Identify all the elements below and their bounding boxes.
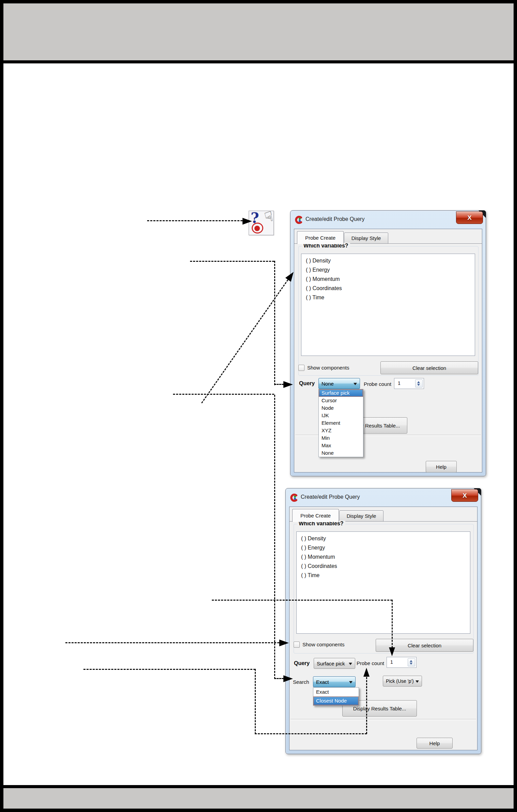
ripple-dot-icon: [254, 226, 260, 231]
app-icon: [290, 494, 298, 502]
probe-count-label: Probe count: [364, 381, 391, 387]
list-item[interactable]: ( ) Coordinates: [301, 284, 475, 293]
dropdown-option[interactable]: None: [319, 449, 363, 457]
dialog-content: Probe Create Display Style Which variabl…: [294, 229, 482, 472]
connector-line: [65, 642, 279, 643]
spinner-control[interactable]: [415, 379, 423, 388]
probe-count-value: 1: [398, 380, 401, 386]
dropdown-option[interactable]: Max: [319, 442, 363, 449]
query-label: Query: [294, 660, 310, 666]
help-button[interactable]: Help: [417, 738, 453, 749]
connector-line: [392, 600, 393, 648]
list-item[interactable]: ( ) Momentum: [301, 274, 475, 284]
probe-query-dialog-1: Create/edit Probe Query X Probe Create D…: [290, 210, 486, 476]
connector-arrowhead: [283, 381, 293, 388]
list-item[interactable]: ( ) Momentum: [297, 552, 470, 561]
probe-count-field[interactable]: 1: [387, 657, 417, 668]
probe-count-label: Probe count: [357, 660, 384, 666]
dropdown-option[interactable]: XYZ: [319, 427, 363, 434]
footer-divider: [0, 785, 517, 788]
tab-display-style[interactable]: Display Style: [339, 510, 383, 522]
tab-probe-create[interactable]: Probe Create: [297, 231, 344, 244]
connector-arrowhead: [389, 647, 395, 656]
connector-arrowhead: [283, 675, 293, 682]
show-components-label: Show components: [302, 642, 344, 647]
search-label: Search: [293, 679, 309, 685]
connector-arrowhead: [242, 218, 252, 225]
query-combobox-value: Surface pick: [317, 661, 345, 666]
list-item[interactable]: ( ) Coordinates: [297, 561, 470, 571]
connector-arrowhead: [363, 668, 370, 677]
spinner-control[interactable]: [408, 658, 415, 666]
connector-line: [274, 678, 284, 679]
connector-arrowhead: [279, 640, 289, 646]
connector-line: [212, 600, 392, 601]
query-combobox[interactable]: Surface pick: [314, 658, 355, 669]
variables-list: ( ) Density ( ) Energy ( ) Momentum ( ) …: [301, 254, 475, 356]
spin-up-icon[interactable]: [410, 660, 412, 662]
connector-line: [190, 261, 274, 262]
clear-selection-button[interactable]: Clear selection: [380, 361, 478, 374]
variables-list: ( ) Density ( ) Energy ( ) Momentum ( ) …: [296, 531, 470, 634]
manual-page: ? |◀ ◀ ▶ ▶| ? |◀ ◀ ▶ ▶| User Manual ? ☟ …: [0, 0, 517, 812]
connector-line: [274, 261, 275, 385]
search-combobox[interactable]: Exact: [313, 676, 356, 687]
query-label: Query: [299, 380, 315, 387]
help-button[interactable]: Help: [426, 461, 457, 472]
list-item[interactable]: ( ) Time: [297, 571, 470, 580]
dialog-content: Probe Create Display Style Which variabl…: [289, 507, 477, 750]
connector-line: [274, 395, 275, 679]
header-divider: [0, 60, 517, 63]
probe-count-field[interactable]: 1: [394, 378, 424, 389]
chevron-down-icon: [349, 663, 352, 665]
query-combobox-value: None: [322, 381, 334, 387]
dropdown-option[interactable]: Exact: [313, 688, 359, 696]
tab-probe-create[interactable]: Probe Create: [292, 509, 339, 522]
chevron-down-icon: [416, 680, 419, 683]
dropdown-option[interactable]: IJK: [319, 412, 363, 419]
list-item[interactable]: ( ) Time: [301, 293, 475, 302]
show-components-checkbox[interactable]: [298, 365, 304, 371]
show-components-checkbox[interactable]: [294, 642, 300, 648]
header-band: [3, 3, 514, 60]
connector-line: [255, 669, 256, 734]
close-button[interactable]: X: [451, 489, 478, 502]
pick-combobox-value: Pick (Use 'p'): [386, 678, 414, 684]
query-combobox[interactable]: None: [318, 378, 360, 389]
connector-line: [147, 220, 242, 221]
footer-band: [3, 788, 514, 809]
probe-query-tool-button[interactable]: ? ☟: [249, 211, 274, 235]
connector-line: [83, 669, 255, 670]
connector-line: [255, 733, 367, 734]
pointing-hand-icon: ☟: [263, 208, 275, 226]
dropdown-option[interactable]: Surface pick: [319, 389, 363, 397]
dropdown-option[interactable]: Min: [319, 434, 363, 442]
show-components-label: Show components: [307, 365, 349, 371]
dropdown-option[interactable]: Closest Node: [313, 696, 359, 705]
search-combobox-value: Exact: [316, 679, 329, 685]
window-title: Create/edit Probe Query: [301, 494, 360, 500]
spin-down-icon[interactable]: [410, 663, 412, 665]
list-item[interactable]: ( ) Density: [297, 534, 470, 543]
close-button[interactable]: X: [456, 211, 483, 224]
list-item[interactable]: ( ) Density: [301, 256, 475, 265]
separator: [291, 719, 476, 720]
search-dropdown-list: Exact Closest Node: [313, 687, 359, 706]
probe-count-value: 1: [390, 659, 393, 665]
spin-up-icon[interactable]: [417, 381, 420, 383]
list-item[interactable]: ( ) Energy: [297, 543, 470, 552]
chevron-down-icon: [349, 681, 352, 683]
dropdown-option[interactable]: Cursor: [319, 397, 363, 404]
app-icon: [295, 216, 303, 224]
dropdown-option[interactable]: Node: [319, 404, 363, 412]
spin-down-icon[interactable]: [417, 384, 420, 386]
list-item[interactable]: ( ) Energy: [301, 265, 475, 274]
query-dropdown-list: Surface pick Cursor Node IJK Element XYZ…: [318, 389, 363, 457]
chevron-down-icon: [354, 383, 357, 385]
probe-query-dialog-2: Create/edit Probe Query X Probe Create D…: [285, 488, 481, 754]
tab-display-style[interactable]: Display Style: [344, 232, 388, 244]
dropdown-option[interactable]: Element: [319, 419, 363, 427]
connector-line: [274, 384, 284, 385]
pick-combobox[interactable]: Pick (Use 'p'): [383, 676, 422, 687]
connector-line: [173, 394, 274, 395]
